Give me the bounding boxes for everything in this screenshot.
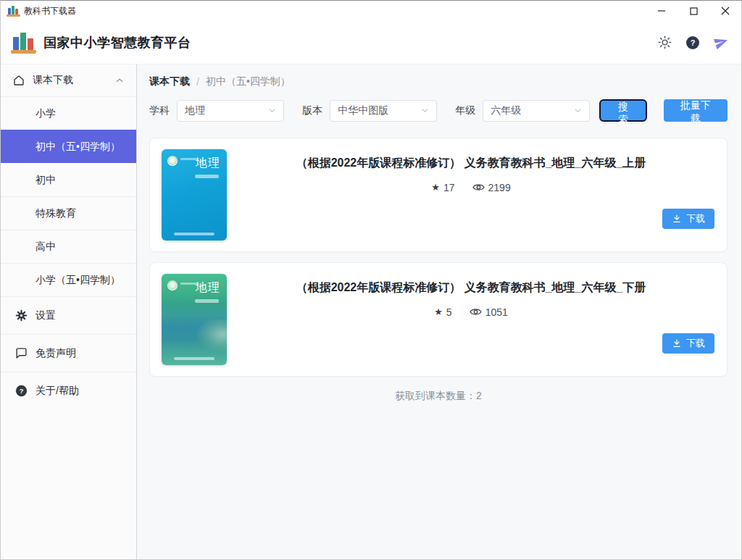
edition-select[interactable]: 中华中图版	[330, 100, 437, 122]
search-button[interactable]: 搜索	[599, 99, 646, 122]
theme-brightness-icon[interactable]	[658, 35, 672, 49]
book-cover[interactable]: 地理	[162, 274, 227, 365]
sidebar-item-label: 初中	[36, 174, 56, 187]
home-icon	[13, 75, 25, 86]
subject-select[interactable]: 地理	[177, 100, 284, 122]
chevron-down-icon	[421, 106, 429, 114]
book-cover-footer-mark	[174, 233, 214, 235]
batch-download-button[interactable]: 批量下载	[664, 99, 728, 122]
star-count: 5	[446, 306, 452, 318]
sidebar: 课本下载 小学 初中（五•四学制） 初中 特殊教育 高中 小学（五•四学制） 设…	[1, 64, 137, 559]
grade-select-value: 六年级	[491, 104, 521, 117]
star-count: 17	[443, 182, 455, 193]
close-icon	[721, 7, 730, 15]
book-cover-emblem	[167, 280, 178, 291]
book-cover[interactable]: 地理	[162, 149, 227, 241]
sidebar-item-label: 小学	[36, 107, 56, 120]
app-window: 教科书下载器 国家中小学智慧教育平台 ?	[0, 0, 742, 560]
grade-label: 年级	[455, 104, 475, 117]
sidebar-item-junior[interactable]: 初中	[1, 163, 136, 196]
gear-icon	[15, 309, 28, 322]
view-count: 1051	[485, 306, 508, 318]
window-title: 教科书下载器	[24, 5, 76, 17]
download-button[interactable]: 下载	[662, 209, 714, 229]
main-content: 课本下载 / 初中（五•四学制） 学科 地理 版本 中华中图版 年级 六年级	[137, 64, 741, 559]
grade-select[interactable]: 六年级	[483, 100, 590, 122]
close-button[interactable]	[709, 1, 741, 21]
sidebar-section-textbook-download[interactable]: 课本下载	[1, 64, 136, 96]
app-header: 国家中小学智慧教育平台 ?	[1, 21, 741, 64]
download-button[interactable]: 下载	[662, 333, 714, 354]
download-button-label: 下载	[686, 337, 705, 350]
breadcrumb-separator: /	[196, 76, 199, 88]
chevron-down-icon	[268, 106, 276, 114]
star-stat: ★ 17	[431, 182, 454, 193]
sidebar-item-label: 特殊教育	[36, 207, 76, 220]
subject-select-value: 地理	[185, 104, 205, 117]
sidebar-item-about-help[interactable]: ? 关于/帮助	[1, 372, 136, 409]
download-icon	[672, 338, 682, 348]
result-count-status: 获取到课本数量：2	[149, 390, 728, 403]
chevron-up-icon	[115, 76, 124, 85]
edition-select-value: 中华中图版	[338, 104, 388, 117]
page-title: 国家中小学智慧教育平台	[43, 34, 191, 51]
eye-icon	[470, 306, 482, 318]
maximize-icon	[690, 7, 698, 15]
minimize-button[interactable]	[646, 1, 678, 21]
download-icon	[672, 214, 682, 224]
sidebar-item-primary-54[interactable]: 小学（五•四学制）	[1, 263, 136, 296]
subject-label: 学科	[149, 104, 170, 117]
book-cover-footer-mark	[174, 357, 214, 360]
question-circle-icon: ?	[15, 385, 28, 397]
views-stat: 2199	[472, 181, 511, 193]
star-stat: ★ 5	[434, 306, 451, 318]
result-list: 地理 （根据2022年版课程标准修订） 义务教育教科书_地理_六年级_上册 ★ …	[149, 138, 728, 377]
views-stat: 1051	[470, 306, 508, 318]
breadcrumb: 课本下载 / 初中（五•四学制）	[149, 75, 728, 88]
sidebar-item-label: 设置	[36, 309, 56, 322]
textbook-card: 地理 （根据2022年版课程标准修订） 义务教育教科书_地理_六年级_上册 ★ …	[149, 138, 728, 252]
star-icon: ★	[431, 182, 440, 193]
svg-text:?: ?	[20, 388, 24, 395]
app-logo	[12, 32, 36, 54]
send-icon[interactable]	[714, 35, 729, 50]
sidebar-item-settings[interactable]: 设置	[1, 296, 136, 334]
book-stats: ★ 17 2199	[431, 181, 510, 193]
sidebar-item-junior-54[interactable]: 初中（五•四学制）	[1, 130, 136, 163]
sidebar-item-label: 小学（五•四学制）	[36, 274, 120, 287]
chevron-down-icon	[574, 106, 582, 114]
sidebar-item-label: 关于/帮助	[36, 385, 79, 398]
maximize-button[interactable]	[678, 1, 709, 21]
sidebar-item-primary[interactable]: 小学	[1, 96, 136, 130]
edition-label: 版本	[302, 104, 322, 117]
book-title: （根据2022年版课程标准修订） 义务教育教科书_地理_六年级_上册	[296, 156, 646, 171]
book-cover-subtitle-mark	[195, 299, 219, 303]
book-cover-subtitle-mark	[195, 175, 219, 178]
sidebar-item-disclaimer[interactable]: 免责声明	[1, 334, 136, 372]
sidebar-item-label: 高中	[36, 241, 56, 254]
filter-bar: 学科 地理 版本 中华中图版 年级 六年级 搜索 批量下载	[149, 99, 728, 122]
breadcrumb-current: 初中（五•四学制）	[206, 75, 291, 88]
minimize-icon	[657, 7, 666, 15]
app-icon	[7, 6, 20, 17]
star-icon: ★	[434, 306, 443, 317]
title-bar: 教科书下载器	[1, 1, 741, 21]
speech-bubble-icon	[15, 347, 28, 359]
breadcrumb-root[interactable]: 课本下载	[149, 75, 190, 88]
book-stats: ★ 5 1051	[434, 306, 508, 318]
sidebar-item-label: 免责声明	[36, 347, 76, 360]
book-title: （根据2022年版课程标准修订） 义务教育教科书_地理_六年级_下册	[296, 280, 646, 296]
sidebar-item-special-education[interactable]: 特殊教育	[1, 196, 136, 230]
textbook-card: 地理 （根据2022年版课程标准修订） 义务教育教科书_地理_六年级_下册 ★ …	[149, 262, 728, 377]
sidebar-item-senior[interactable]: 高中	[1, 230, 136, 263]
svg-text:?: ?	[691, 38, 696, 47]
book-cover-title: 地理	[196, 280, 220, 296]
sidebar-section-label: 课本下载	[33, 74, 73, 87]
help-icon[interactable]: ?	[685, 35, 700, 50]
book-cover-title: 地理	[196, 156, 220, 171]
view-count: 2199	[488, 182, 511, 193]
sidebar-item-label: 初中（五•四学制）	[36, 141, 120, 154]
eye-icon	[472, 181, 485, 193]
download-button-label: 下载	[686, 212, 705, 225]
book-cover-emblem	[167, 156, 178, 166]
